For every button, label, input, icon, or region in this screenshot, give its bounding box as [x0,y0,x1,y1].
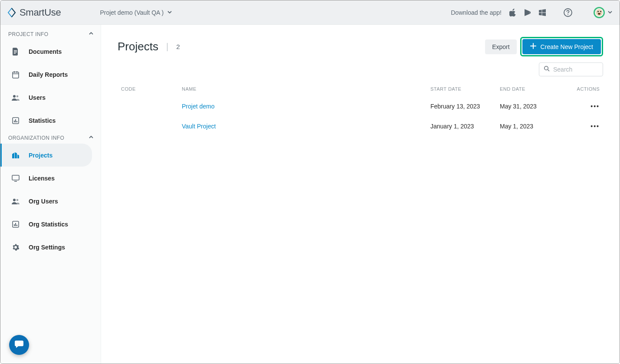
help-icon[interactable] [563,8,573,17]
chevron-up-icon [89,134,94,141]
sidebar-item-org-users[interactable]: Org Users [0,190,92,213]
svg-point-10 [16,95,19,97]
logo-icon [7,7,17,18]
sidebar-item-statistics[interactable]: Statistics [0,109,92,132]
svg-rect-2 [14,50,17,51]
sidebar-item-label: Org Statistics [29,221,68,228]
col-start-date[interactable]: START DATE [430,86,500,92]
download-app-label: Download the app! [451,9,502,16]
users-icon [11,198,20,205]
sidebar-section-project-info[interactable]: PROJECT INFO [0,28,101,40]
svg-point-17 [13,199,16,201]
sidebar-item-label: Licenses [29,175,55,182]
buildings-icon [11,152,20,159]
google-play-icon[interactable] [524,9,531,16]
row-actions-menu[interactable]: ••• [569,123,600,130]
sidebar-section-label: PROJECT INFO [8,31,49,37]
search-box[interactable] [539,62,603,76]
calendar-icon [11,71,20,79]
svg-line-24 [548,70,550,72]
export-button[interactable]: Export [485,39,516,54]
sidebar-item-documents[interactable]: Documents [0,40,92,63]
sidebar-section-organization-info[interactable]: ORGANIZATION INFO [0,132,101,144]
chat-icon [14,339,24,351]
svg-rect-15 [12,175,19,180]
page-title-row: Projects | 2 Export Create New Project [118,37,603,56]
project-link[interactable]: Vault Project [182,123,430,130]
col-end-date[interactable]: END DATE [500,86,569,92]
sidebar-item-daily-reports[interactable]: Daily Reports [0,63,92,86]
sidebar-item-org-statistics[interactable]: Org Statistics [0,213,92,236]
monitor-icon [11,175,20,182]
sidebar-item-label: Org Settings [29,244,65,251]
user-menu[interactable] [594,7,613,18]
sidebar-item-label: Daily Reports [29,71,68,78]
chart-icon [11,117,20,124]
sidebar-item-users[interactable]: Users [0,86,92,109]
cell-end: May 1, 2023 [500,123,569,130]
document-icon [11,48,20,56]
chat-launcher[interactable] [9,335,29,355]
table-row: Projet demo February 13, 2023 May 31, 20… [118,96,603,116]
project-selector-label: Projet demo (Vault QA ) [100,9,164,16]
chevron-up-icon [89,31,94,37]
search-input[interactable] [553,66,598,73]
col-name[interactable]: NAME [182,86,430,92]
chevron-down-icon [167,9,172,16]
cell-start: February 13, 2023 [430,103,500,110]
svg-rect-4 [14,53,16,54]
plus-icon [530,43,536,50]
cell-start: January 1, 2023 [430,123,500,130]
svg-point-9 [13,95,16,98]
search-row [118,62,603,76]
svg-point-23 [545,66,548,70]
project-link[interactable]: Projet demo [182,103,430,110]
sidebar-item-org-settings[interactable]: Org Settings [0,236,92,259]
svg-rect-22 [16,225,17,226]
title-divider: | [166,42,168,52]
table-header: CODE NAME START DATE END DATE ACTIONS [118,82,603,96]
svg-rect-5 [13,72,19,78]
app-logo[interactable]: SmartUse [7,7,61,18]
svg-point-18 [16,199,19,201]
sidebar-item-label: Org Users [29,198,58,205]
windows-icon[interactable] [539,9,546,16]
sidebar-item-label: Projects [29,152,52,159]
project-count: 2 [176,43,180,50]
cell-end: May 31, 2023 [500,103,569,110]
svg-rect-20 [14,224,15,226]
sidebar-item-label: Documents [29,48,62,55]
svg-rect-21 [15,223,16,226]
projects-table: CODE NAME START DATE END DATE ACTIONS Pr… [118,82,603,136]
apple-icon[interactable] [509,9,516,16]
gear-icon [11,244,20,251]
search-icon [544,66,550,73]
svg-rect-13 [15,119,16,122]
chart-icon [11,221,20,228]
create-project-highlight: Create New Project [520,37,603,56]
svg-rect-12 [14,121,15,122]
avatar [594,7,605,18]
create-project-button[interactable]: Create New Project [522,39,601,54]
project-selector[interactable]: Projet demo (Vault QA ) [100,9,172,16]
svg-rect-14 [16,121,17,122]
svg-point-1 [568,14,568,15]
sidebar-section-label: ORGANIZATION INFO [8,135,64,141]
create-project-label: Create New Project [541,43,593,50]
col-actions: ACTIONS [569,86,600,92]
sidebar-item-label: Statistics [29,117,56,124]
svg-rect-3 [14,52,17,52]
col-code[interactable]: CODE [121,86,182,92]
sidebar-item-label: Users [29,94,46,101]
sidebar-item-projects[interactable]: Projects [0,144,92,167]
page-title: Projects [118,40,158,53]
table-row: Vault Project January 1, 2023 May 1, 202… [118,116,603,136]
sidebar: PROJECT INFO Documents Daily Reports Use… [0,25,101,364]
users-icon [11,94,20,101]
chevron-down-icon [607,9,613,16]
sidebar-item-licenses[interactable]: Licenses [0,167,92,190]
header-right: Download the app! [451,7,613,18]
main-content: Projects | 2 Export Create New Project C… [101,25,620,364]
brand-name: SmartUse [20,7,61,18]
row-actions-menu[interactable]: ••• [569,103,600,110]
